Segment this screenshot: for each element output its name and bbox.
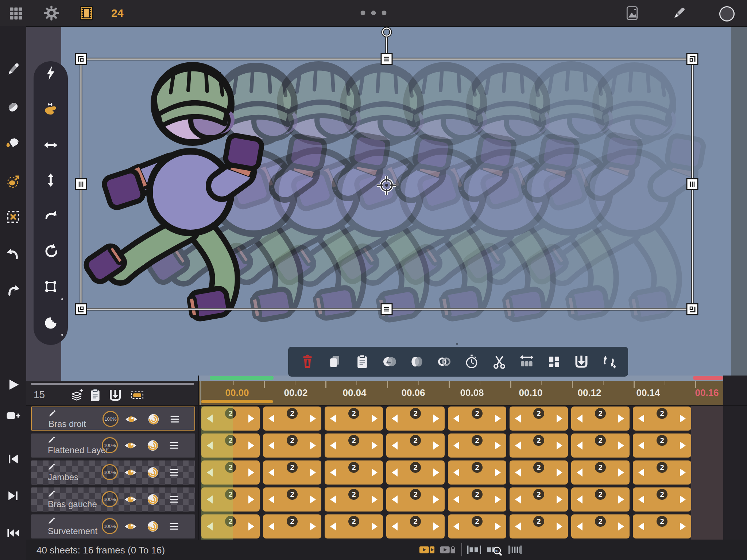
layer-visibility-eye-icon[interactable] bbox=[123, 519, 138, 534]
extend-right-icon[interactable] bbox=[680, 442, 686, 450]
extend-left-icon[interactable] bbox=[638, 495, 644, 503]
loop-end-marker[interactable] bbox=[693, 376, 723, 380]
extend-left-icon[interactable] bbox=[392, 468, 398, 477]
palette-drag-hand[interactable] bbox=[43, 101, 59, 117]
sidebar-next-frame[interactable] bbox=[5, 488, 21, 504]
sidebar-first-frame[interactable] bbox=[5, 525, 21, 541]
extend-left-icon[interactable] bbox=[515, 495, 521, 503]
frame-cell[interactable]: 2 bbox=[510, 460, 568, 485]
sidebar-eraser-tool[interactable] bbox=[5, 99, 21, 115]
extend-right-icon[interactable] bbox=[618, 495, 624, 503]
frame-cell[interactable]: 2 bbox=[571, 514, 630, 538]
extend-right-icon[interactable] bbox=[618, 442, 624, 450]
sidebar-select-tool[interactable] bbox=[5, 209, 21, 225]
extend-right-icon[interactable] bbox=[680, 415, 686, 423]
status-frame-ticks-button[interactable] bbox=[507, 541, 523, 558]
frame-cell[interactable]: 2 bbox=[263, 407, 321, 431]
extend-right-icon[interactable] bbox=[495, 442, 501, 450]
frame-cell[interactable]: 2 bbox=[448, 514, 506, 538]
extend-left-icon[interactable] bbox=[330, 415, 336, 423]
frame-cell[interactable]: 2 bbox=[325, 487, 383, 512]
extend-right-icon[interactable] bbox=[248, 522, 254, 530]
selection-stopwatch-button[interactable] bbox=[464, 354, 480, 370]
extend-right-icon[interactable] bbox=[433, 415, 439, 423]
ruler-label[interactable]: 00.14 bbox=[636, 387, 660, 398]
frame-cell[interactable]: 2 bbox=[510, 407, 568, 431]
extend-right-icon[interactable] bbox=[248, 442, 254, 450]
extend-left-icon[interactable] bbox=[330, 468, 336, 477]
extend-left-icon[interactable] bbox=[577, 495, 582, 503]
ruler-label[interactable]: 00.00 bbox=[225, 387, 249, 398]
selection-link-button[interactable] bbox=[436, 354, 452, 370]
corner-handle-tl[interactable] bbox=[76, 54, 86, 65]
extend-left-icon[interactable] bbox=[268, 468, 274, 477]
layer-visibility-eye-icon[interactable] bbox=[123, 465, 138, 480]
extend-right-icon[interactable] bbox=[495, 522, 501, 530]
edge-handle-right[interactable] bbox=[687, 179, 698, 190]
frame-cell[interactable]: 2 bbox=[571, 433, 630, 458]
layer-row[interactable]: Jambes100% bbox=[31, 460, 195, 485]
layer-row[interactable]: Flattened Layer100% bbox=[31, 433, 195, 458]
palette-rotate-ccw[interactable] bbox=[43, 243, 59, 259]
selection-paste-button[interactable] bbox=[354, 354, 370, 370]
sidebar-pencil-tool[interactable] bbox=[5, 61, 21, 77]
layer-onion-skin-icon[interactable] bbox=[146, 438, 160, 453]
extend-left-icon[interactable] bbox=[392, 442, 398, 450]
extend-right-icon[interactable] bbox=[557, 495, 562, 503]
extend-left-icon[interactable] bbox=[453, 415, 459, 423]
photo-library-icon[interactable] bbox=[624, 5, 640, 21]
extend-left-icon[interactable] bbox=[392, 495, 398, 503]
extend-right-icon[interactable] bbox=[495, 415, 501, 423]
sidebar-fill-bucket-tool[interactable] bbox=[5, 135, 21, 151]
extend-right-icon[interactable] bbox=[680, 495, 686, 503]
frame-cell[interactable]: 2 bbox=[633, 433, 691, 458]
frame-cell[interactable]: 2 bbox=[263, 487, 321, 512]
layer-visibility-eye-icon[interactable] bbox=[123, 492, 138, 507]
ruler-label[interactable]: 00.06 bbox=[401, 387, 425, 398]
canvas-area[interactable] bbox=[26, 26, 747, 376]
extend-right-icon[interactable] bbox=[618, 468, 624, 477]
layer-visibility-eye-icon[interactable] bbox=[124, 412, 139, 427]
selection-arrange-tiles-button[interactable] bbox=[546, 354, 562, 370]
sidebar-prev-frame[interactable] bbox=[5, 451, 21, 467]
layer-opacity-badge[interactable]: 100% bbox=[102, 437, 118, 453]
extend-left-icon[interactable] bbox=[207, 442, 213, 450]
layer-row[interactable]: Bras droit100% bbox=[31, 407, 195, 431]
edge-handle-bottom[interactable] bbox=[381, 304, 392, 315]
palette-rotate-cw[interactable] bbox=[43, 207, 59, 223]
frame-cell[interactable]: 2 bbox=[633, 487, 691, 512]
layer-onion-skin-icon[interactable] bbox=[146, 519, 160, 534]
timeline-ruler[interactable]: 00.0000.0200.0400.0600.0800.1000.1200.14… bbox=[198, 381, 723, 405]
pen-icon[interactable] bbox=[671, 5, 687, 21]
extend-left-icon[interactable] bbox=[638, 522, 644, 530]
extend-right-icon[interactable] bbox=[618, 522, 624, 530]
extend-left-icon[interactable] bbox=[577, 468, 582, 477]
extend-right-icon[interactable] bbox=[248, 468, 254, 477]
frame-cell[interactable]: 2 bbox=[325, 407, 383, 431]
extend-right-icon[interactable] bbox=[310, 415, 316, 423]
extend-left-icon[interactable] bbox=[330, 495, 336, 503]
status-advance-frames-button[interactable] bbox=[418, 541, 435, 558]
layer-menu-icon[interactable] bbox=[169, 412, 181, 427]
layer-menu-icon[interactable] bbox=[168, 519, 180, 534]
drawing-canvas[interactable] bbox=[26, 26, 747, 376]
frame-cell[interactable]: 2 bbox=[633, 514, 691, 538]
frame-cell[interactable]: 2 bbox=[263, 433, 321, 458]
sidebar-transform-tool[interactable] bbox=[5, 173, 21, 189]
layer-visibility-eye-icon[interactable] bbox=[123, 438, 138, 453]
extend-left-icon[interactable] bbox=[392, 415, 398, 423]
extend-left-icon[interactable] bbox=[268, 442, 274, 450]
ruler-label[interactable]: 00.08 bbox=[460, 387, 484, 398]
selection-scissors-button[interactable] bbox=[491, 354, 507, 370]
sidebar-undo[interactable] bbox=[5, 247, 21, 263]
extend-left-icon[interactable] bbox=[207, 415, 213, 423]
ellipsis-icon[interactable] bbox=[361, 11, 387, 15]
frame-cell[interactable]: 2 bbox=[201, 433, 260, 458]
layer-menu-icon[interactable] bbox=[168, 465, 180, 480]
frame-cell[interactable]: 2 bbox=[263, 460, 321, 485]
frame-cell[interactable]: 2 bbox=[325, 460, 383, 485]
extend-right-icon[interactable] bbox=[248, 415, 254, 423]
film-strip-icon[interactable] bbox=[78, 5, 94, 21]
layer-onion-skin-icon[interactable] bbox=[146, 412, 161, 427]
ruler-label[interactable]: 00.16 bbox=[695, 387, 719, 398]
